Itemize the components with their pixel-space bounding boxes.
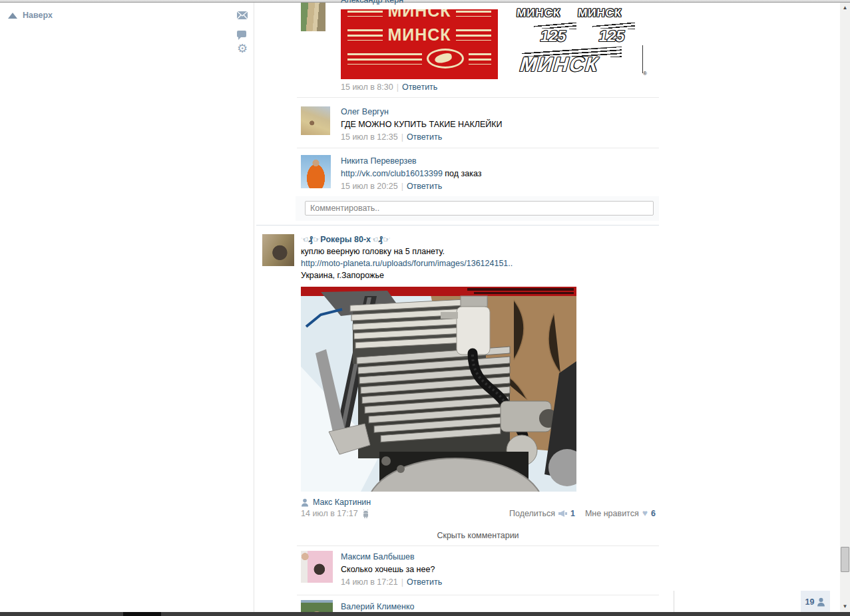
like-button[interactable]: Мне нравится 6 — [585, 509, 656, 518]
meta-pipe: | — [401, 132, 403, 142]
meta-pipe: | — [401, 182, 403, 191]
post-divider — [256, 225, 659, 226]
minsk-outline-text: МИНСК — [516, 7, 561, 20]
share-button[interactable]: Поделиться 1 — [509, 509, 575, 518]
window-top-edge — [0, 0, 850, 3]
triangle-up-icon — [8, 13, 17, 19]
red-sticker-row-top: МИНСК — [341, 9, 498, 23]
scrollbar-down-button[interactable] — [840, 602, 850, 611]
online-friends-count: 19 — [805, 597, 815, 607]
like-label: Мне нравится — [585, 509, 639, 518]
post-time: 14 июл в 17:17 — [301, 509, 358, 518]
window-bottom-edge-segment — [123, 612, 161, 616]
decal-125-unit: 125 — [599, 21, 635, 45]
person-icon — [301, 498, 309, 507]
decal-125-unit: 125 — [540, 21, 576, 45]
comment-text: Сколько хочешь за нее? — [341, 565, 435, 574]
reply-link[interactable]: Ответить — [407, 132, 442, 142]
meta-pipe: | — [401, 577, 403, 587]
online-friends-badge[interactable]: 19 — [801, 591, 830, 613]
wing-stripes — [456, 29, 491, 41]
android-icon — [362, 510, 369, 518]
content-left-divider — [254, 3, 254, 613]
share-count: 1 — [570, 509, 575, 518]
club-url-link[interactable]: http://vk.com/club16013399 — [341, 169, 443, 178]
comment-text-after-link: под заказ — [443, 169, 482, 178]
number-125-text: 125 — [598, 27, 626, 45]
avatar-oleg-vergun[interactable] — [301, 106, 330, 135]
reply-link[interactable]: Ответить — [402, 82, 437, 92]
comment-time: 15 июл в 8:30 — [341, 82, 393, 92]
post-external-link[interactable]: http://moto-planeta.ru/uploads/forum/ima… — [301, 259, 513, 268]
scrollbar-thumb[interactable] — [841, 547, 849, 572]
bird-emblem-icon — [427, 49, 464, 69]
wing-stripes — [347, 53, 422, 65]
minsk-outline-text-big: МИНСК — [517, 53, 602, 76]
decal-brand-row: МИНСК МИНСК — [513, 7, 659, 20]
share-megaphone-icon — [558, 510, 567, 518]
minsk-red-sticker-image[interactable]: МИНСК МИНСК — [341, 9, 498, 79]
avatar-maksim-balbyshev[interactable] — [301, 551, 333, 583]
comment-time: 14 июл в 17:21 — [341, 577, 398, 587]
decal-big-brand-row: МИНСК — [513, 47, 659, 76]
like-count: 6 — [651, 509, 656, 518]
group-name-link[interactable]: ☜₰☞Рокеры 80-х☜₰☞ — [301, 234, 390, 244]
to-top-label: Наверх — [23, 11, 53, 20]
comment-meta: 15 июл в 20:25|Ответить — [341, 182, 442, 191]
avatar-aleksandr-kern[interactable] — [301, 3, 325, 31]
share-label: Поделиться — [509, 509, 555, 518]
heart-icon — [642, 509, 648, 518]
comment-author-link[interactable]: Александр Керн — [341, 0, 403, 5]
hide-comments-link[interactable]: Скрыть комментарии — [297, 531, 659, 540]
post-signer-row: Макс Картинин — [301, 498, 371, 507]
scrollbar-up-button[interactable] — [840, 3, 850, 13]
number-125-text: 125 — [539, 27, 568, 45]
scrollbar-track[interactable] — [840, 3, 850, 612]
wing-stripes — [456, 9, 491, 17]
registered-mark: ® — [643, 71, 647, 77]
decal-125-row: 125 125 — [513, 21, 659, 45]
window-bottom-edge — [0, 612, 850, 616]
chat-dock-edge — [674, 591, 674, 613]
wing-stripes — [347, 29, 383, 41]
person-icon — [817, 597, 825, 607]
wing-stripes — [469, 53, 491, 65]
comment-time: 15 июл в 12:35 — [341, 132, 398, 142]
meta-pipe: | — [397, 82, 399, 92]
avatar-group-rokery-80h[interactable] — [262, 234, 294, 266]
comment-meta: 15 июл в 12:35|Ответить — [341, 132, 442, 142]
decal-corner-mark — [642, 45, 643, 73]
comment-time: 15 июл в 20:25 — [341, 182, 398, 191]
reply-link[interactable]: Ответить — [407, 577, 442, 587]
comment-text: http://vk.com/club16013399 под заказ — [341, 169, 482, 178]
red-sticker-row-bottom — [341, 47, 498, 71]
minsk-decal-sheet-image[interactable]: МИНСК МИНСК 125 125 МИНСК ® — [513, 7, 659, 79]
comment-author-link[interactable]: Валерий Клименко — [341, 602, 415, 611]
comment-separator — [297, 545, 659, 546]
comment-author-link[interactable]: Никита Переверзев — [341, 156, 417, 166]
to-top-button[interactable]: Наверх — [8, 11, 53, 20]
reply-link[interactable]: Ответить — [407, 182, 442, 191]
comment-bubble-icon[interactable] — [237, 31, 246, 37]
mail-icon[interactable] — [237, 11, 248, 19]
comment-text: ГДЕ МОЖНО КУПИТЬ ТАКИЕ НАКЛЕЙКИ — [341, 120, 503, 129]
post-time-row: 14 июл в 17:17 — [301, 509, 369, 518]
post-actions: Поделиться 1 Мне нравится 6 — [509, 509, 656, 518]
minsk-logo-text: МИНСК — [387, 9, 451, 21]
post-text: куплю веерную головку на 5 планету. — [301, 247, 445, 256]
comment-meta: 15 июл в 8:30|Ответить — [341, 82, 437, 92]
wing-stripes — [347, 9, 383, 17]
comment-separator — [297, 97, 659, 98]
post-author-link[interactable]: Макс Картинин — [313, 498, 371, 507]
post-location-text: Украина, г.Запорожье — [301, 271, 384, 280]
comment-input[interactable] — [305, 201, 654, 216]
avatar-nikita-pereverzev[interactable] — [301, 155, 331, 188]
minsk-logo-text: МИНСК — [387, 25, 451, 45]
comment-separator — [297, 148, 659, 148]
engine-photo[interactable] — [301, 287, 576, 492]
comment-author-link[interactable]: Максим Балбышев — [341, 552, 415, 561]
comment-separator — [297, 595, 659, 595]
comment-author-link[interactable]: Олег Вергун — [341, 107, 389, 116]
gear-icon[interactable] — [237, 43, 248, 55]
minsk-outline-text: МИНСК — [578, 7, 623, 20]
